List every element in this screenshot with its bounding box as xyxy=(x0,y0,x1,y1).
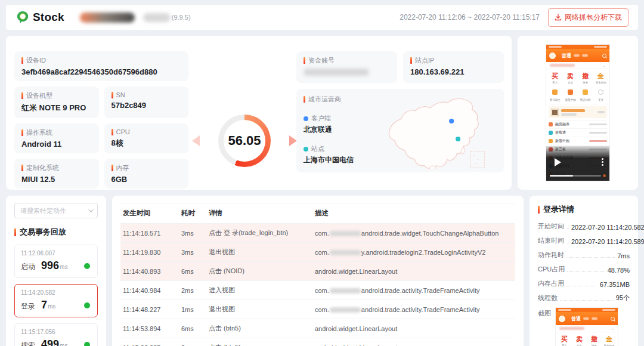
ph-ic xyxy=(568,89,573,95)
device-card-label: 设备ID xyxy=(21,56,181,65)
ph-act-small: 资金持仓 xyxy=(594,81,608,84)
event-cost: 2ms xyxy=(179,281,206,300)
event-detail: 点击 (btn5) xyxy=(206,319,312,338)
path xyxy=(389,98,478,168)
redacted-package-segment xyxy=(330,288,361,294)
accent-bar xyxy=(14,228,16,236)
ph-act-big: 撤 xyxy=(587,335,602,344)
detail-value: 2022-07-20 11:14:20.582 xyxy=(571,224,644,231)
ph-act-big: 买 xyxy=(547,72,563,81)
device-card-value: 6GB xyxy=(112,175,182,184)
phone-account-strip: ⌄ xyxy=(556,325,618,332)
ph-act: 卖卖出 xyxy=(563,72,578,84)
redacted-broker-name xyxy=(80,13,135,23)
table-row[interactable]: 11:14:53.8946ms 点击 (btn5)android.widget.… xyxy=(120,319,515,338)
ph-act-small: 卖出 xyxy=(564,81,577,84)
ph-act: 卖卖出 xyxy=(572,335,587,346)
table-row[interactable]: 11:14:40.9842ms 进入视图com.android.trade.ac… xyxy=(120,281,515,300)
prev-arrow[interactable] xyxy=(192,135,200,146)
ph-act-small: 买入 xyxy=(548,81,562,84)
device-card: SN 57b2c849 xyxy=(104,86,189,118)
ph-tabblob xyxy=(592,317,597,320)
ph-li xyxy=(549,131,553,135)
app-logo: Stock xyxy=(16,10,64,24)
rc-line: 启动 996 ms xyxy=(21,260,91,272)
logo-text: Stock xyxy=(33,11,64,24)
status-dot xyxy=(84,263,90,269)
network-capture-download-button[interactable]: 网络抓包分析下载 xyxy=(548,8,628,27)
account-ip-row: 资金账号 站点IP 180.163.69.221 xyxy=(296,51,504,83)
replay-card[interactable]: 11:14:20.582 登录 7 ms xyxy=(14,284,98,317)
ph-lt: 港股通 xyxy=(555,130,566,135)
event-cost: 3ms xyxy=(179,224,206,243)
score-gauge-area: 56.05 xyxy=(192,115,297,167)
path xyxy=(556,19,561,20)
ph-act-small: 资金持仓 xyxy=(602,344,616,346)
client-dot xyxy=(304,116,308,121)
chevron-down-icon xyxy=(88,207,93,212)
legend-client: 客户端 北京联通 xyxy=(304,114,354,135)
replay-card[interactable]: 11:12:06.007 启动 996 ms xyxy=(14,245,98,278)
ph-act-big: 买 xyxy=(557,335,572,344)
device-card-value: 3efb469a8caf2294546350d67596d880 xyxy=(21,67,181,76)
event-time: 11:15:02.285 xyxy=(120,338,179,346)
tbody: 11:14:18.5713ms 点击 登 录(trade_login_btn)c… xyxy=(120,224,515,346)
dotted-leader xyxy=(567,271,605,272)
phone-menu-item: 新股申购 xyxy=(549,137,607,145)
table-row[interactable]: 11:14:19.8303ms 退出视图com.y.android.tradel… xyxy=(120,243,515,262)
ph-tabblob xyxy=(582,54,588,57)
replay-card[interactable]: 11:15:17.056 搜索 499 ms xyxy=(14,323,98,346)
table-row[interactable]: 11:14:18.5713ms 点击 登 录(trade_login_btn)c… xyxy=(120,224,515,243)
detail-value: 48.78% xyxy=(608,267,630,274)
ph-act: 金资金持仓 xyxy=(602,335,617,346)
login-screenshot-thumbnail[interactable]: 普通 ⌄ 买买入卖卖出撤撤单金资金持仓 委托成交新股申购银证转账更多 融资融券港… xyxy=(556,308,618,346)
client-value: 北京联通 xyxy=(304,125,354,135)
event-table-panel: 发生时间耗时详情描述 11:14:18.5713ms 点击 登 录(trade_… xyxy=(112,196,524,346)
score-value: 56.05 xyxy=(228,133,261,149)
replay-duration: 7 xyxy=(41,299,47,311)
event-cost: 3ms xyxy=(179,243,206,262)
table-row[interactable]: 11:14:40.8936ms 点击 (NOID)android.widget.… xyxy=(120,262,515,281)
phone-trade-actions: 买买入卖卖出撤撤单金资金持仓 xyxy=(546,69,609,85)
accent-bar xyxy=(538,206,540,214)
select-placeholder: 请搜索特定动作 xyxy=(20,206,66,215)
action-search-select[interactable]: 请搜索特定动作 xyxy=(14,203,98,218)
replay-action: 搜索 xyxy=(21,341,35,346)
device-card-value: 红米 NOTE 9 PRO xyxy=(21,103,92,113)
chevron-down-icon: ⌄ xyxy=(611,326,614,330)
avatar xyxy=(559,316,565,322)
table-row[interactable]: 11:14:48.2271ms 退出视图com.android.trade.ac… xyxy=(120,300,515,319)
redacted-account xyxy=(550,64,575,67)
device-info-grid: 设备ID 3efb469a8caf2294546350d67596d880设备机… xyxy=(14,51,188,189)
replay-action: 登录 xyxy=(21,301,35,311)
event-time: 11:14:48.227 xyxy=(120,300,179,319)
event-desc: android.widget.LinearLayout xyxy=(312,262,515,281)
ph-act: 更多 xyxy=(593,87,609,101)
redacted-package-segment xyxy=(330,250,361,255)
event-detail: 点击 登 录(trade_login_btn) xyxy=(206,224,312,243)
status-dot xyxy=(84,302,90,308)
detail-value: 67.351MB xyxy=(600,281,630,288)
span: 设备ID xyxy=(26,56,46,65)
site-ip-value: 180.163.69.221 xyxy=(410,67,497,76)
redacted-account xyxy=(559,327,584,330)
accent-bar xyxy=(304,57,305,64)
replay-duration: 996 xyxy=(41,260,59,272)
site-ip-card: 站点IP 180.163.69.221 xyxy=(403,51,504,83)
span: SN xyxy=(116,91,125,98)
device-card-label: SN xyxy=(112,91,182,98)
table-row[interactable]: 11:15:02.2852ms 点击 (btn5)android.widget.… xyxy=(120,338,515,346)
china-map xyxy=(369,97,500,169)
phone-tab-label: 普通 xyxy=(562,52,571,59)
redacted-package-segment xyxy=(330,231,361,236)
topbar: Stock (9.9.5) 2022-07-20 11:12:06 ~ 2022… xyxy=(6,5,638,30)
detail-label: CPU占用 xyxy=(538,265,565,274)
table-header-cell: 详情 xyxy=(206,203,312,224)
phone-account-strip: ⌄ xyxy=(546,62,609,69)
event-time: 11:14:53.894 xyxy=(120,319,179,338)
video-progress-bar xyxy=(550,175,601,177)
event-detail: 退出视图 xyxy=(206,300,312,319)
ph-tabblob xyxy=(574,54,580,57)
ph-act-small: 撤单 xyxy=(587,344,601,346)
chevron-down-icon: ⌄ xyxy=(603,63,606,67)
